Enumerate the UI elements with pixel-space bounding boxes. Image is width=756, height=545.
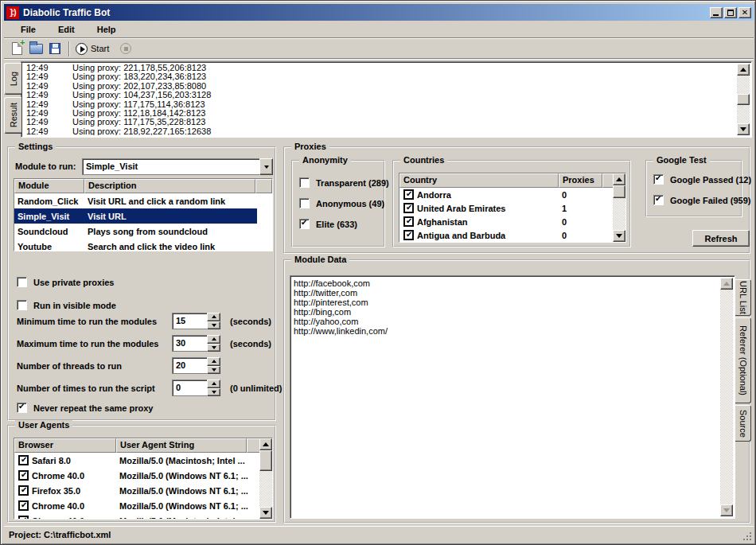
scroll-thumb[interactable] xyxy=(613,185,625,198)
settings-checkbox-row[interactable]: Run in visible mode xyxy=(17,300,116,310)
scroll-down-button[interactable] xyxy=(737,123,750,135)
settings-checkbox-row[interactable]: Use private proxies xyxy=(17,277,115,287)
log-time: 12:49 xyxy=(23,127,72,135)
user-agent-row[interactable]: Chrome 40.0 Mozilla/5.0 (Windows NT 6.1;… xyxy=(14,498,272,513)
module-row[interactable]: Simple_Visit Visit URL xyxy=(14,208,257,224)
checkbox[interactable] xyxy=(17,277,27,287)
column-header-module[interactable]: Module xyxy=(14,179,84,193)
checkbox[interactable] xyxy=(18,516,29,520)
menu-item[interactable]: Edit xyxy=(51,23,82,36)
scroll-up-button[interactable] xyxy=(259,438,272,450)
checkbox[interactable] xyxy=(18,485,29,496)
scroll-track[interactable] xyxy=(259,450,272,507)
title-bar[interactable]: ]:) Diabolic Traffic Bot ✕ xyxy=(4,4,754,21)
tab-referer[interactable]: Referer (Optional) xyxy=(735,317,751,403)
maximize-button[interactable] xyxy=(724,7,737,18)
log-vertical-scrollbar[interactable] xyxy=(737,64,750,135)
minimize-button[interactable] xyxy=(710,7,723,18)
anonymity-checkbox-row[interactable]: Anonymous (49) xyxy=(299,198,384,208)
scroll-down-button[interactable] xyxy=(720,504,733,516)
stop-button[interactable] xyxy=(120,43,131,54)
spinner-input[interactable]: 0 xyxy=(172,380,207,396)
country-row[interactable]: Afghanistan 0 xyxy=(399,215,625,228)
column-header-country[interactable]: Country xyxy=(399,173,559,188)
module-row[interactable]: Youtube Search and click the video link xyxy=(14,239,257,251)
open-project-button[interactable] xyxy=(26,41,45,57)
google-test-checkbox-row[interactable]: Google Failed (959) xyxy=(653,195,750,205)
user-agent-row[interactable]: Safari 8.0 Mozilla/5.0 (Macintosh; Intel… xyxy=(14,453,272,468)
scroll-thumb[interactable] xyxy=(737,94,750,105)
scroll-track[interactable] xyxy=(613,185,625,230)
column-header-browser[interactable]: Browser xyxy=(14,438,116,453)
menu-item[interactable]: Help xyxy=(90,23,123,36)
anonymity-checkbox-row[interactable]: Transparent (289) xyxy=(299,177,389,188)
spinner-input[interactable]: 15 xyxy=(172,313,207,329)
spinner-input[interactable]: 30 xyxy=(172,335,207,352)
column-header-proxies[interactable]: Proxies xyxy=(559,173,602,188)
module-row[interactable]: Random_Click Visit URL and click a rando… xyxy=(14,193,257,208)
scroll-up-button[interactable] xyxy=(720,278,733,290)
checkbox[interactable] xyxy=(17,300,27,310)
user-agent-row[interactable]: Chrome 40.0 Mozilla/5.0 (Windows NT 6.1;… xyxy=(14,468,272,483)
checkbox[interactable] xyxy=(403,230,414,240)
modules-table: Module Description Random_Click Visit UR… xyxy=(14,178,273,251)
tab-url-list[interactable]: URL List xyxy=(735,279,751,316)
checkbox[interactable] xyxy=(18,470,29,481)
module-to-run-select[interactable]: Simple_Visit xyxy=(82,158,273,175)
column-header-description[interactable]: Description xyxy=(84,179,255,193)
checkbox[interactable] xyxy=(18,455,29,465)
tab-log[interactable]: Log xyxy=(4,63,21,95)
scroll-thumb[interactable] xyxy=(259,450,272,471)
spinner-up-button[interactable] xyxy=(207,335,220,344)
checkbox[interactable] xyxy=(403,203,414,213)
user-agent-row[interactable]: Chrome 40.0 Mozilla/5.0 (Macintosh; Inte… xyxy=(14,513,272,520)
checkbox[interactable] xyxy=(299,177,310,188)
never-repeat-proxy-checkbox-row[interactable]: Never repeat the same proxy xyxy=(17,403,153,413)
checkbox[interactable] xyxy=(299,198,310,208)
resize-grip[interactable] xyxy=(742,531,752,541)
spinner-down-button[interactable] xyxy=(207,321,220,330)
spinner-down-button[interactable] xyxy=(207,366,220,375)
log-output[interactable]: 12:49 Using proxy: 221,178,55,206:8123 1… xyxy=(21,61,752,138)
spinner-up-button[interactable] xyxy=(207,380,220,388)
checkbox[interactable] xyxy=(403,216,414,227)
combo-dropdown-button[interactable] xyxy=(259,158,273,175)
country-row[interactable]: Andorra 0 xyxy=(399,188,625,201)
scroll-down-button[interactable] xyxy=(613,230,625,242)
spinner-down-button[interactable] xyxy=(207,344,220,352)
scroll-down-button[interactable] xyxy=(259,507,272,519)
scroll-track[interactable] xyxy=(737,76,750,123)
column-header-ua-string[interactable]: User Agent String xyxy=(116,438,247,453)
tab-source[interactable]: Source xyxy=(735,405,751,442)
url-list-textarea[interactable]: http://facebook,comhttp://twitter,comhtt… xyxy=(290,275,735,519)
country-row[interactable]: United Arab Emirates 1 xyxy=(399,201,625,215)
checkbox[interactable] xyxy=(403,189,414,200)
checkbox[interactable] xyxy=(653,195,664,205)
module-data-scrollbar[interactable] xyxy=(720,278,733,516)
module-row[interactable]: Soundcloud Plays song from soundcloud xyxy=(14,224,257,239)
refresh-button[interactable]: Refresh xyxy=(692,230,750,247)
spinner-input[interactable]: 20 xyxy=(172,357,207,374)
start-button[interactable]: Start xyxy=(74,41,114,56)
checkbox[interactable] xyxy=(17,403,27,413)
checkbox[interactable] xyxy=(299,219,310,229)
countries-scrollbar[interactable] xyxy=(613,173,625,242)
spinner-up-button[interactable] xyxy=(207,357,220,366)
scroll-up-button[interactable] xyxy=(737,64,750,76)
anonymity-checkbox-row[interactable]: Elite (633) xyxy=(299,219,357,229)
menu-item[interactable]: File xyxy=(14,23,43,36)
save-project-button[interactable] xyxy=(45,41,64,57)
checkbox[interactable] xyxy=(653,174,664,185)
user-agents-scrollbar[interactable] xyxy=(259,438,272,519)
close-button[interactable]: ✕ xyxy=(738,7,751,18)
new-project-button[interactable] xyxy=(7,41,26,57)
tab-result[interactable]: Result xyxy=(4,97,21,134)
checkbox[interactable] xyxy=(18,500,29,511)
country-row[interactable]: Antigua and Barbuda 0 xyxy=(399,228,625,242)
user-agent-row[interactable]: Firefox 35.0 Mozilla/5.0 (Windows NT 6.1… xyxy=(14,483,272,498)
scroll-track[interactable] xyxy=(720,290,733,504)
spinner-down-button[interactable] xyxy=(207,388,220,397)
spinner-up-button[interactable] xyxy=(207,313,220,321)
google-test-checkbox-row[interactable]: Google Passed (12) xyxy=(653,174,751,185)
scroll-up-button[interactable] xyxy=(613,173,625,185)
